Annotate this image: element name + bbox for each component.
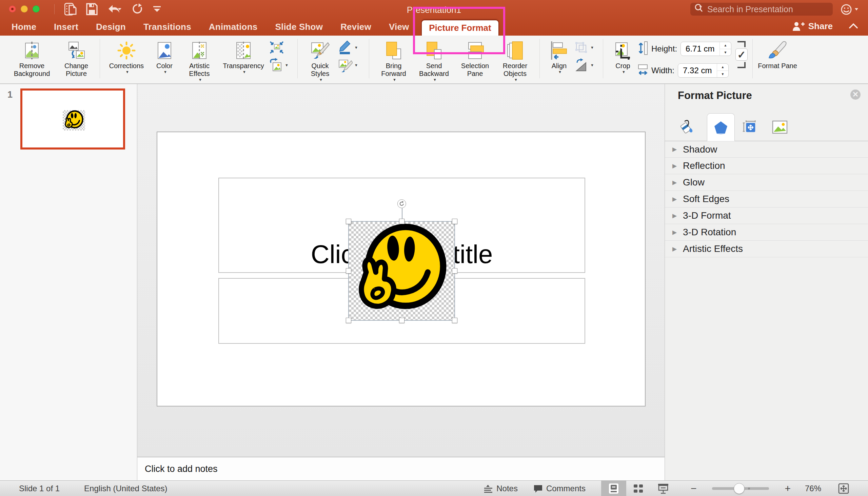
selection-handle-nw[interactable] [346, 219, 351, 224]
picture-tab-icon [772, 120, 788, 134]
lock-aspect-check-icon[interactable] [735, 48, 748, 61]
section-soft-edges[interactable]: Soft Edges [665, 191, 868, 207]
color-button[interactable]: Color [148, 37, 181, 74]
slide-1-thumbnail[interactable] [20, 89, 125, 150]
section-3d-rotation[interactable]: 3-D Rotation [665, 224, 868, 241]
height-increment[interactable]: ▲ [720, 42, 731, 49]
reset-picture-button[interactable] [269, 58, 293, 72]
transparency-button[interactable]: Transparency [218, 37, 269, 74]
collapse-ribbon-button[interactable] [849, 23, 858, 30]
width-increment[interactable]: ▲ [717, 64, 728, 71]
align-label: Align [552, 62, 567, 70]
zoom-in-button[interactable] [778, 481, 797, 496]
ribbon-tabs: Home Insert Design Transitions Animation… [12, 18, 409, 35]
notes-pane[interactable]: Click to add notes [137, 457, 665, 480]
crop-button[interactable]: Crop [608, 37, 638, 74]
fit-slide-to-window-button[interactable] [832, 481, 856, 496]
normal-view-button[interactable] [601, 481, 626, 496]
thumbnail-picture [63, 110, 85, 130]
ribbon-divider [540, 39, 540, 78]
selection-handle-e[interactable] [452, 268, 458, 274]
tab-design[interactable]: Design [96, 22, 126, 32]
format-pane-button[interactable]: Format Pane [758, 37, 797, 70]
size-position-icon [742, 119, 757, 135]
group-objects-button[interactable] [574, 40, 598, 55]
quick-styles-button[interactable]: Quick Styles [303, 37, 338, 82]
zoom-slider[interactable] [712, 487, 769, 490]
send-backward-icon [425, 39, 443, 62]
align-button[interactable]: Align [544, 37, 574, 74]
smiley-peace-image[interactable] [351, 223, 453, 319]
picture-border-button[interactable] [338, 40, 364, 55]
rotation-handle[interactable] [397, 199, 406, 208]
send-backward-button[interactable]: Send Backward [413, 37, 455, 82]
comments-icon [533, 484, 543, 493]
fill-line-tab[interactable] [679, 119, 695, 135]
width-decrement[interactable]: ▼ [717, 71, 728, 78]
tab-review[interactable]: Review [340, 22, 371, 32]
remove-background-button[interactable]: Remove Background [6, 37, 58, 78]
artistic-effects-label: Artistic Effects [181, 62, 218, 78]
section-shadow[interactable]: Shadow [665, 141, 868, 158]
selected-picture[interactable] [348, 221, 455, 321]
notes-toggle-button[interactable]: Notes [483, 484, 518, 493]
width-value[interactable]: 7.32 cm [678, 66, 717, 75]
section-3d-format[interactable]: 3-D Format [665, 207, 868, 224]
slide-sorter-icon [633, 483, 644, 494]
size-properties-tab[interactable] [742, 119, 757, 135]
selection-pane-button[interactable]: Selection Pane [455, 37, 495, 78]
change-picture-button[interactable]: Change Picture [58, 37, 95, 78]
section-reflection[interactable]: Reflection [665, 158, 868, 174]
slide-editing-surface[interactable]: Click to add title [157, 131, 646, 406]
artistic-effects-button[interactable]: Artistic Effects [181, 37, 218, 82]
reorder-objects-button[interactable]: Reorder Objects [495, 37, 535, 82]
tab-transitions[interactable]: Transitions [143, 22, 191, 32]
width-field[interactable]: 7.32 cm ▲▼ [678, 63, 729, 78]
zoom-slider-thumb[interactable] [734, 483, 745, 494]
disclosure-triangle-icon [672, 162, 677, 170]
picture-tab[interactable] [772, 119, 788, 135]
zoom-out-button[interactable] [684, 481, 703, 496]
zoom-percentage[interactable]: 76% [797, 484, 821, 493]
close-panel-icon[interactable]: ✕ [850, 90, 861, 100]
height-field[interactable]: 6.71 cm ▲▼ [681, 42, 731, 56]
compress-picture-button[interactable] [269, 40, 293, 55]
height-value[interactable]: 6.71 cm [681, 44, 719, 53]
search-field[interactable]: Search in Presentation [690, 3, 833, 16]
height-steppers[interactable]: ▲▼ [719, 42, 731, 56]
width-steppers[interactable]: ▲▼ [717, 64, 728, 77]
remove-background-icon [24, 39, 40, 62]
selection-handle-w[interactable] [346, 268, 351, 274]
effects-tab-selected[interactable] [707, 113, 735, 141]
selection-handle-s[interactable] [399, 318, 404, 323]
language-indicator[interactable]: English (United States) [84, 484, 167, 493]
fit-to-window-icon [838, 483, 849, 494]
ribbon-divider [753, 39, 753, 78]
tab-insert[interactable]: Insert [54, 22, 78, 32]
selection-handle-sw[interactable] [346, 318, 351, 323]
height-decrement[interactable]: ▼ [720, 49, 731, 56]
bring-forward-button[interactable]: Bring Forward [374, 37, 413, 82]
selection-handle-se[interactable] [452, 318, 458, 323]
section-artistic-effects[interactable]: Artistic Effects [665, 241, 868, 257]
comments-toggle-button[interactable]: Comments [533, 484, 586, 493]
tab-animations[interactable]: Animations [209, 22, 258, 32]
rotate-objects-button[interactable] [574, 58, 598, 72]
tab-picture-format-active[interactable]: Picture Format [421, 20, 499, 35]
section-glow[interactable]: Glow [665, 174, 868, 191]
tab-slide-show[interactable]: Slide Show [275, 22, 323, 32]
selection-handle-n[interactable] [399, 219, 404, 224]
share-button[interactable]: Share [792, 21, 833, 32]
lock-aspect-ratio-checkbox[interactable] [735, 40, 748, 79]
slide-number: 1 [7, 90, 13, 100]
notes-placeholder-text: Click to add notes [145, 464, 218, 474]
account-menu[interactable] [840, 3, 858, 16]
slide-show-view-button[interactable] [651, 481, 676, 496]
tab-view[interactable]: View [389, 22, 409, 32]
corrections-button[interactable]: Corrections [105, 37, 148, 74]
selection-handle-ne[interactable] [452, 219, 458, 224]
slide-sorter-view-button[interactable] [626, 481, 651, 496]
picture-effects-button[interactable] [338, 58, 364, 72]
paint-bucket-icon [679, 119, 695, 135]
tab-home[interactable]: Home [12, 22, 36, 32]
